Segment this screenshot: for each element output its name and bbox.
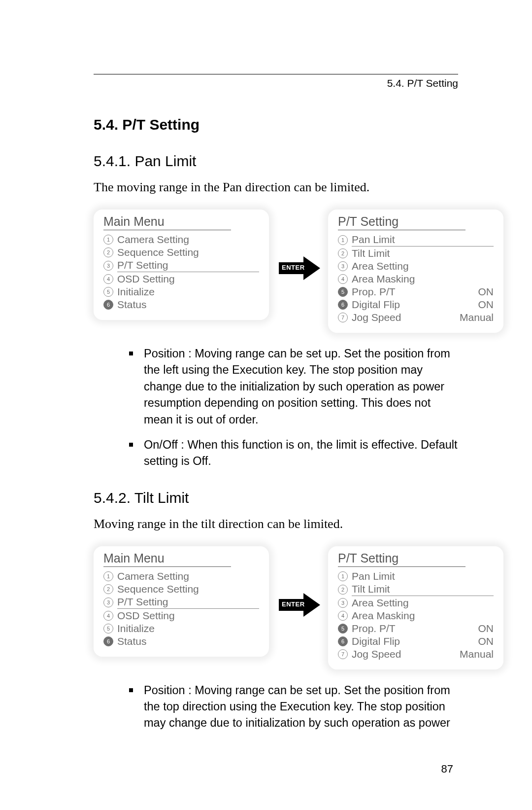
menu-item-label: OSD Setting: [117, 610, 259, 622]
menu-item-label: Status: [117, 299, 259, 311]
main-menu-title: Main Menu: [103, 214, 231, 230]
enter-label: ENTER: [282, 600, 305, 608]
menu-item-number-icon: 6: [103, 636, 113, 646]
menu-item: 5Initialize: [103, 285, 259, 298]
menu-item-number-icon: 3: [103, 598, 113, 607]
menu-item-number-icon: 4: [338, 611, 348, 621]
menu-item-number-icon: 7: [338, 649, 348, 659]
menu-item: 6Status: [103, 635, 259, 648]
header-rule: [94, 74, 458, 74]
menu-item: 2Tilt Limit: [338, 583, 494, 597]
menu-item-label: Initialize: [117, 286, 259, 298]
menu-item-number-icon: 6: [103, 300, 113, 310]
menu-item-number-icon: 3: [338, 598, 348, 608]
menu-item-label: Prop. P/T: [352, 623, 473, 634]
menu-item-label: Camera Setting: [117, 234, 259, 246]
menu-item: 2Sequence Setting: [103, 246, 259, 259]
menu-item: 6Status: [103, 298, 259, 311]
menu-item: 3Area Setting: [338, 597, 494, 609]
menu-item-label: Jog Speed: [352, 312, 455, 323]
pt-setting-box: P/T Setting 1Pan Limit2Tilt Limit3Area S…: [328, 210, 503, 333]
menu-item-number-icon: 4: [103, 611, 113, 621]
menu-item-number-icon: 2: [338, 585, 348, 595]
section-title: 5.4. P/T Setting: [94, 116, 458, 133]
menu-item-label: Jog Speed: [352, 648, 455, 660]
menu-item: 4OSD Setting: [103, 609, 259, 622]
menu-item-number-icon: 1: [338, 571, 348, 581]
enter-label: ENTER: [282, 264, 305, 271]
menu-item-label: Tilt Limit: [352, 247, 494, 259]
menu-item-label: Sequence Setting: [117, 247, 259, 258]
menu-item-label: OSD Setting: [117, 273, 259, 285]
menu-item-number-icon: 2: [103, 247, 113, 257]
menu-item-label: Sequence Setting: [117, 583, 259, 595]
menu-item-value: ON: [473, 299, 494, 311]
bullet-item: Position : Moving range can be set up. S…: [129, 682, 458, 732]
menu-item-number-icon: 2: [338, 248, 348, 258]
menu-item-number-icon: 4: [338, 274, 348, 284]
main-menu-items: 1Camera Setting2Sequence Setting3P/T Set…: [103, 570, 259, 648]
menu-item-value: Manual: [455, 648, 494, 660]
menu-item-number-icon: 2: [103, 584, 113, 594]
menu-item: 6Digital FlipON: [338, 635, 494, 648]
page-number: 87: [441, 763, 453, 775]
menu-item-label: Initialize: [117, 623, 259, 634]
main-menu-box: Main Menu 1Camera Setting2Sequence Setti…: [94, 210, 269, 320]
menu-item-number-icon: 5: [103, 287, 113, 297]
menu-item-number-icon: 3: [103, 261, 113, 271]
menu-item: 4Area Masking: [338, 609, 494, 622]
main-menu-items: 1Camera Setting2Sequence Setting3P/T Set…: [103, 233, 259, 311]
pt-setting-items: 1Pan Limit2Tilt Limit3Area Setting4Area …: [338, 570, 494, 661]
pt-setting-items: 1Pan Limit2Tilt Limit3Area Setting4Area …: [338, 233, 494, 324]
menu-item-label: P/T Setting: [117, 259, 259, 272]
menu-item-number-icon: 3: [338, 261, 348, 271]
menu-item: 7Jog SpeedManual: [338, 311, 494, 324]
menu-item-label: Digital Flip: [352, 635, 473, 647]
menu-item: 3P/T Setting: [103, 596, 259, 609]
menu-item: 5Prop. P/TON: [338, 285, 494, 298]
menu-item-label: Pan Limit: [352, 234, 494, 247]
enter-arrow: ENTER: [279, 593, 318, 617]
enter-arrow: ENTER: [279, 256, 318, 280]
bullet-item: On/Off : When this function is on, the l…: [129, 437, 458, 470]
menu-item: 5Prop. P/TON: [338, 622, 494, 635]
menu-item-number-icon: 7: [338, 313, 348, 322]
subsection-1-intro: The moving range in the Pan direction ca…: [94, 178, 458, 196]
bullets-2: Position : Moving range can be set up. S…: [94, 682, 458, 732]
menu-item: 1Pan Limit: [338, 233, 494, 247]
menu-row-2: Main Menu 1Camera Setting2Sequence Setti…: [94, 546, 458, 669]
menu-item-number-icon: 1: [338, 235, 348, 245]
menu-item-number-icon: 1: [103, 571, 113, 581]
menu-item: 4Area Masking: [338, 273, 494, 285]
menu-item: 5Initialize: [103, 622, 259, 635]
menu-item-value: ON: [473, 286, 494, 298]
main-menu-title: Main Menu: [103, 551, 231, 567]
subsection-1-heading: 5.4.1. Pan Limit: [94, 153, 458, 170]
menu-item: 2Tilt Limit: [338, 247, 494, 260]
menu-item-label: Camera Setting: [117, 570, 259, 582]
menu-row-1: Main Menu 1Camera Setting2Sequence Setti…: [94, 210, 458, 333]
page: 5.4. P/T Setting 5.4. P/T Setting 5.4.1.…: [0, 0, 532, 810]
menu-item-number-icon: 5: [338, 287, 348, 297]
menu-item: 3Area Setting: [338, 260, 494, 273]
menu-item-label: Area Setting: [352, 597, 494, 609]
menu-item-label: Tilt Limit: [352, 583, 494, 596]
menu-item-value: ON: [473, 635, 494, 647]
menu-item-label: Area Masking: [352, 610, 494, 622]
menu-item-number-icon: 6: [338, 636, 348, 646]
menu-item: 1Pan Limit: [338, 570, 494, 583]
menu-item-number-icon: 5: [338, 624, 348, 634]
bullet-item: Position : Moving range can be set up. S…: [129, 346, 458, 428]
menu-item-number-icon: 4: [103, 274, 113, 284]
menu-item-label: Pan Limit: [352, 570, 494, 582]
menu-item: 2Sequence Setting: [103, 583, 259, 596]
menu-item: 7Jog SpeedManual: [338, 648, 494, 661]
bullets-1: Position : Moving range can be set up. S…: [94, 346, 458, 470]
menu-item: 3P/T Setting: [103, 259, 259, 273]
menu-item-number-icon: 1: [103, 235, 113, 245]
pt-setting-title: P/T Setting: [338, 551, 466, 567]
subsection-2-heading: 5.4.2. Tilt Limit: [94, 490, 458, 506]
subsection-2-intro: Moving range in the tilt direction can b…: [94, 515, 458, 532]
menu-item-label: P/T Setting: [117, 596, 259, 609]
menu-item-label: Prop. P/T: [352, 286, 473, 298]
